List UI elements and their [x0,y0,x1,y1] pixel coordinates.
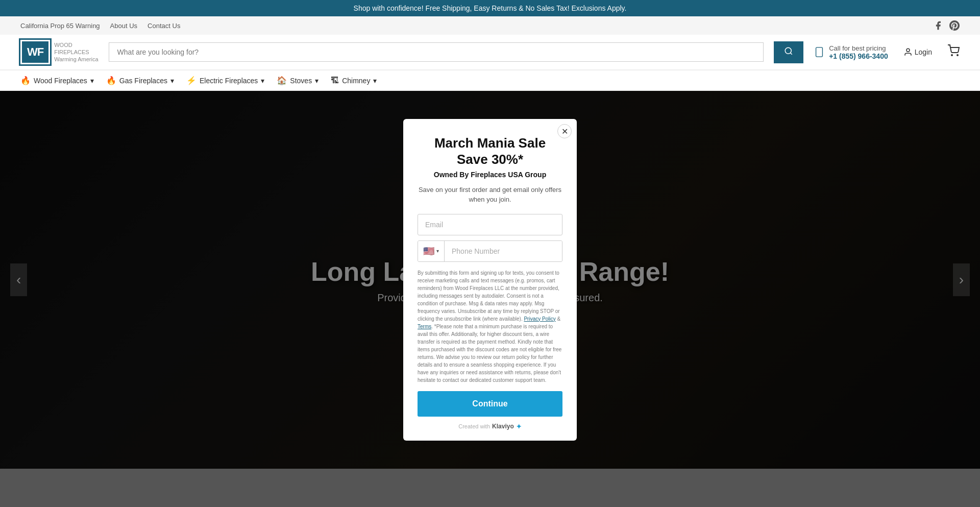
svg-point-0 [785,47,791,54]
klaviyo-logo: Klaviyo [492,423,514,430]
wood-fireplaces-icon: 🔥 [20,76,31,85]
cat-chimney[interactable]: 🏗 Chimney ▾ [331,76,377,85]
search-input[interactable] [109,42,764,62]
call-label: Call for best pricing [829,44,888,52]
modal-close-button[interactable]: ✕ [557,124,572,138]
user-icon [903,47,913,57]
phone-flag-selector[interactable]: 🇺🇸 ▾ [418,241,445,261]
nav-right: Call for best pricing +1 (855) 966-3400 … [814,44,960,60]
cat-gas-label: Gas Fireplaces [119,77,167,85]
cat-chimney-label: Chimney [342,77,370,85]
main-nav: WF WOOD FIREPLACES Warming America Call … [0,35,980,70]
secondary-nav: California Prop 65 Warning About Us Cont… [0,16,980,35]
call-info: Call for best pricing +1 (855) 966-3400 [814,44,888,60]
cart-icon [947,44,960,57]
klaviyo-icon: ✦ [516,423,522,430]
cat-stoves[interactable]: 🏠 Stoves ▾ [277,76,318,85]
facebook-icon[interactable] [933,20,943,31]
modal-overlay: ✕ March Mania Sale Save 30%* Owned By Fi… [0,91,980,469]
modal-title-sub: Save 30%* [418,152,562,167]
privacy-policy-link[interactable]: Privacy Policy [524,316,555,322]
cart-button[interactable] [947,44,960,60]
logo-box: WF [20,40,50,64]
svg-point-4 [951,55,952,56]
cat-stoves-label: Stoves [290,77,312,85]
contact-link[interactable]: Contact Us [148,22,180,30]
logo-text: WOOD FIREPLACES Warming America [54,41,98,63]
email-input[interactable] [418,214,562,235]
stoves-icon: 🏠 [277,76,287,85]
hero-section: ‹ Long Lasting... Long Range! Providing … [0,91,980,469]
login-label: Login [915,48,932,56]
flag-chevron-icon: ▾ [436,248,439,254]
login-button[interactable]: Login [903,47,932,57]
call-phone[interactable]: +1 (855) 966-3400 [829,52,888,60]
chimney-icon: 🏗 [331,76,339,85]
cat-stoves-chevron: ▾ [315,77,318,85]
cat-chimney-chevron: ▾ [373,77,377,85]
continue-button[interactable]: Continue [418,391,562,417]
svg-point-3 [906,49,910,52]
phone-icon [814,46,825,58]
secondary-nav-links: California Prop 65 Warning About Us Cont… [20,22,180,30]
cat-electric-label: Electric Fireplaces [200,77,258,85]
logo[interactable]: WF WOOD FIREPLACES Warming America [20,40,99,64]
cat-wood-fireplaces[interactable]: 🔥 Wood Fireplaces ▾ [20,76,94,85]
phone-input[interactable] [445,241,562,261]
gas-fireplaces-icon: 🔥 [106,76,116,85]
cat-gas-fireplaces[interactable]: 🔥 Gas Fireplaces ▾ [106,76,174,85]
footer-created-text: Created with [458,423,490,429]
modal-footer: Created with Klaviyo ✦ [418,423,562,430]
modal-legal-text: By submitting this form and signing up f… [418,269,562,384]
modal-title-main: March Mania Sale [418,135,562,151]
cat-nav: 🔥 Wood Fireplaces ▾ 🔥 Gas Fireplaces ▾ ⚡… [0,70,980,91]
cat-electric-fireplaces[interactable]: ⚡ Electric Fireplaces ▾ [186,76,264,85]
pinterest-icon[interactable] [949,20,960,31]
cat-electric-chevron: ▾ [261,77,264,85]
social-links [933,20,960,31]
electric-fireplaces-icon: ⚡ [186,76,197,85]
prop65-link[interactable]: California Prop 65 Warning [20,22,100,30]
about-link[interactable]: About Us [110,22,137,30]
phone-row: 🇺🇸 ▾ [418,240,562,262]
cat-gas-chevron: ▾ [170,77,174,85]
svg-point-5 [957,55,958,56]
flag-emoji: 🇺🇸 [423,246,434,257]
modal-owned-by: Owned By Fireplaces USA Group [418,171,562,179]
top-banner: Shop with confidence! Free Shipping, Eas… [0,0,980,16]
svg-rect-1 [816,47,823,57]
cat-wood-label: Wood Fireplaces [34,77,87,85]
banner-text: Shop with confidence! Free Shipping, Eas… [354,4,627,12]
promo-modal: ✕ March Mania Sale Save 30%* Owned By Fi… [403,119,577,440]
search-button[interactable] [774,41,803,63]
cat-wood-chevron: ▾ [90,77,94,85]
modal-description: Save on your first order and get email o… [418,185,562,205]
terms-link[interactable]: Terms [418,324,431,329]
